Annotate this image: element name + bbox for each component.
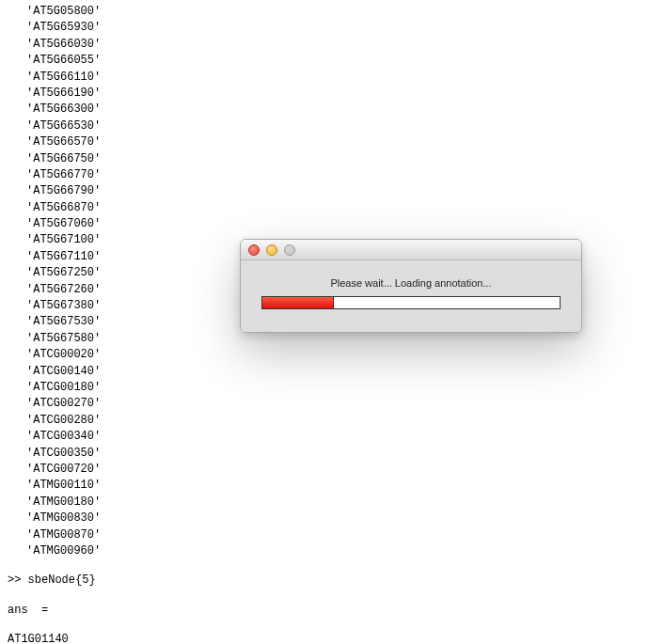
gene-id: 'ATCG00180' — [26, 380, 640, 396]
gene-id: 'AT5G05800' — [26, 4, 640, 20]
gene-id: 'AT5G66530' — [26, 118, 640, 134]
gene-id: 'AT5G66870' — [26, 200, 640, 216]
gene-id: 'AT5G66030' — [26, 37, 640, 53]
progress-dialog: Please wait... Loading annotation... — [240, 239, 582, 333]
dialog-message: Please wait... Loading annotation... — [261, 277, 561, 289]
gene-id: 'ATMG00180' — [26, 495, 640, 510]
command-line-1: >> sbeNode{5} — [8, 573, 640, 589]
gene-id: 'AT5G66110' — [26, 70, 640, 86]
ans-label: ans = — [8, 603, 640, 619]
gene-id: 'ATCG00270' — [26, 396, 640, 412]
gene-id: 'ATCG00720' — [26, 462, 640, 478]
zoom-icon[interactable] — [284, 244, 295, 256]
minimize-icon[interactable] — [266, 244, 277, 256]
gene-id: 'ATMG00870' — [26, 527, 640, 543]
gene-id: 'ATMG00110' — [26, 478, 640, 494]
gene-id: 'AT5G67580' — [26, 331, 640, 347]
gene-id: 'AT5G67060' — [26, 216, 640, 232]
gene-id: 'ATMG00960' — [26, 543, 640, 559]
dialog-body: Please wait... Loading annotation... — [241, 260, 581, 332]
gene-id: 'AT5G65930' — [26, 20, 640, 36]
progress-fill — [262, 297, 334, 308]
gene-id: 'ATCG00340' — [26, 429, 640, 445]
progress-bar — [261, 296, 561, 309]
gene-id: 'AT5G66570' — [26, 134, 640, 150]
gene-id: 'AT5G66790' — [26, 183, 640, 199]
gene-id: 'ATCG00350' — [26, 446, 640, 462]
gene-id: 'AT5G66770' — [26, 167, 640, 183]
gene-id: 'AT5G66750' — [26, 151, 640, 167]
gene-id: 'AT5G66190' — [26, 86, 640, 102]
gene-id: 'ATCG00020' — [26, 347, 640, 363]
gene-id: 'AT5G66055' — [26, 53, 640, 69]
gene-id: 'ATCG00280' — [26, 413, 640, 429]
gene-id: 'ATMG00830' — [26, 510, 640, 526]
dialog-titlebar[interactable] — [241, 240, 581, 260]
close-icon[interactable] — [248, 244, 260, 256]
ans-value: AT1G01140 — [8, 632, 640, 644]
gene-id: 'ATCG00140' — [26, 364, 640, 380]
gene-id: 'AT5G66300' — [26, 102, 640, 118]
